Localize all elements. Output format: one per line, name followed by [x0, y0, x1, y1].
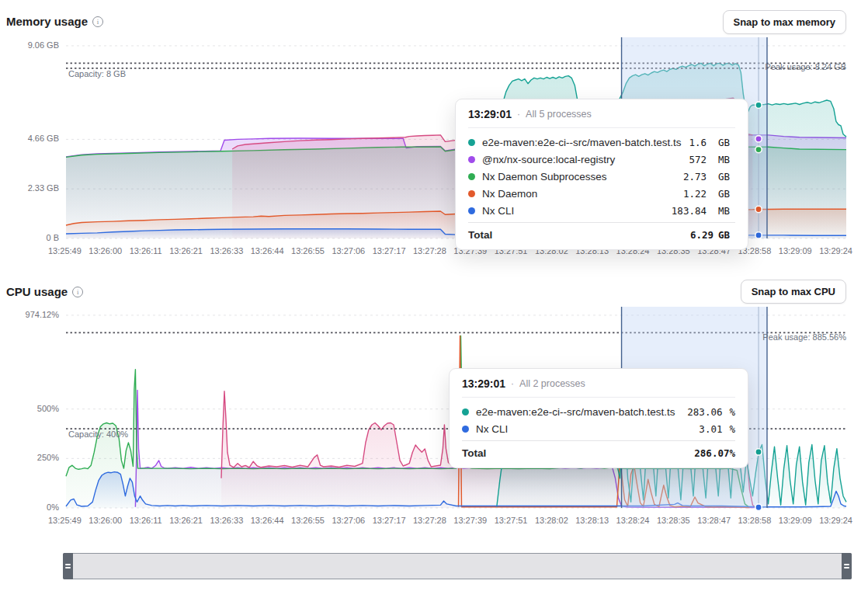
tooltip-header: 13:29:01 · All 5 processes — [468, 108, 735, 128]
series-color-dot — [462, 426, 469, 433]
tooltip-subtitle: All 5 processes — [526, 109, 592, 120]
tooltip-total-label: Total — [462, 447, 694, 459]
memory-title: Memory usage — [6, 15, 103, 28]
info-icon[interactable] — [72, 287, 83, 297]
snap-to-max-memory-button[interactable]: Snap to max memory — [723, 10, 847, 34]
timeline-range-brush[interactable] — [63, 553, 852, 579]
tooltip-row: Nx CLI3.01% — [462, 420, 735, 437]
process-name: Nx Daemon Subprocesses — [482, 171, 676, 183]
process-value-unit: % — [729, 406, 735, 418]
series-color-dot — [468, 156, 475, 163]
y-axis-label: 9.06 GB — [0, 40, 59, 50]
profiler-page: Memory usage Snap to max memory 9.06 GB4… — [0, 0, 868, 591]
x-axis-label: 13:26:21 — [169, 246, 203, 256]
x-axis-label: 13:27:06 — [332, 516, 365, 525]
tooltip-row: e2e-maven:e2e-ci--src/maven-batch.test.t… — [468, 134, 735, 151]
x-axis-label: 13:26:33 — [210, 516, 243, 525]
process-value: 183.84 — [672, 205, 707, 217]
process-name: e2e-maven:e2e-ci--src/maven-batch.test.t… — [482, 137, 682, 148]
x-axis-label: 13:25:49 — [48, 246, 82, 256]
brush-left-handle[interactable] — [63, 553, 73, 579]
series-color-dot — [468, 139, 475, 146]
x-axis-label: 13:27:17 — [373, 516, 406, 525]
y-axis-label: 500% — [0, 404, 59, 413]
tooltip-time: 13:29:01 — [468, 108, 512, 120]
x-axis-label: 13:29:24 — [819, 516, 852, 525]
y-axis-label: 250% — [0, 453, 59, 462]
memory-title-label: Memory usage — [6, 15, 88, 28]
tooltip-row: @nx/nx-source:local-registry572MB — [468, 151, 735, 168]
tooltip-separator: · — [511, 378, 514, 389]
tooltip-separator: · — [517, 109, 520, 120]
tooltip-total-unit: % — [729, 447, 735, 459]
process-value-unit: MB — [718, 205, 735, 217]
process-value: 2.73 — [683, 171, 707, 183]
series-color-dot — [468, 173, 475, 180]
tooltip-total-unit: GB — [718, 229, 735, 241]
tooltip-total-label: Total — [468, 229, 690, 241]
cpu-tooltip: 13:29:01 · All 2 processes e2e-maven:e2e… — [449, 368, 748, 468]
x-axis-label: 13:28:35 — [657, 516, 690, 525]
x-axis-label: 13:26:11 — [130, 246, 162, 256]
x-axis-label: 13:26:11 — [130, 516, 162, 525]
y-axis-label: 2.33 GB — [0, 183, 59, 193]
series-color-dot — [468, 190, 475, 197]
memory-peak-label: Peak usage: 8.24 GB — [765, 62, 846, 71]
process-value: 3.01 — [699, 423, 722, 435]
process-name: Nx CLI — [476, 423, 692, 435]
x-axis-label: 13:28:13 — [575, 516, 609, 525]
x-axis-label: 13:26:44 — [251, 246, 284, 256]
process-name: @nx/nx-source:local-registry — [482, 154, 682, 165]
cpu-title-label: CPU usage — [6, 285, 68, 298]
process-value: 572 — [689, 154, 707, 165]
cpu-peak-label: Peak usage: 885.56% — [762, 332, 846, 342]
cpu-title: CPU usage — [6, 285, 83, 298]
tooltip-total-row: Total 6.29 GB — [468, 222, 735, 241]
x-axis-label: 13:28:58 — [738, 516, 772, 525]
tooltip-total-value: 6.29 — [690, 229, 713, 241]
x-axis-label: 13:27:06 — [332, 246, 365, 256]
process-value-unit: % — [729, 423, 735, 435]
x-axis-label: 13:26:21 — [169, 516, 203, 525]
process-name: Nx Daemon — [482, 188, 676, 200]
x-axis-label: 13:27:17 — [373, 246, 406, 256]
tooltip-total-value: 286.07 — [694, 447, 729, 459]
y-axis-label: 0% — [0, 502, 59, 512]
tooltip-subtitle: All 2 processes — [519, 378, 585, 389]
x-axis-label: 13:28:47 — [697, 516, 731, 525]
x-axis-label: 13:26:55 — [291, 246, 325, 256]
y-axis-label: 0 B — [0, 233, 59, 242]
tooltip-rows: e2e-maven:e2e-ci--src/maven-batch.test.t… — [468, 134, 735, 219]
x-axis-label: 13:26:44 — [251, 516, 284, 525]
tooltip-total-row: Total 286.07 % — [462, 440, 735, 459]
memory-tooltip: 13:29:01 · All 5 processes e2e-maven:e2e… — [455, 99, 748, 250]
series-color-dot — [462, 408, 469, 415]
process-value-unit: GB — [718, 171, 735, 183]
snap-to-max-cpu-button[interactable]: Snap to max CPU — [741, 280, 846, 304]
x-axis-label: 13:27:28 — [413, 246, 446, 256]
x-axis-label: 13:26:00 — [89, 516, 122, 525]
cpu-capacity-label: Capacity: 400% — [68, 429, 128, 439]
x-axis-label: 13:29:09 — [779, 246, 812, 256]
series-color-dot — [468, 207, 475, 214]
tooltip-row: Nx CLI183.84MB — [468, 202, 735, 219]
x-axis-label: 13:26:33 — [210, 246, 243, 256]
brush-right-handle[interactable] — [842, 553, 852, 579]
memory-capacity-label: Capacity: 8 GB — [68, 69, 126, 78]
x-axis-label: 13:28:24 — [616, 516, 650, 525]
process-value: 1.6 — [689, 137, 707, 148]
x-axis-label: 13:27:51 — [495, 516, 528, 525]
tooltip-row: Nx Daemon Subprocesses2.73GB — [468, 168, 735, 185]
process-value-unit: GB — [718, 137, 735, 148]
process-value-unit: GB — [718, 188, 735, 200]
x-axis-label: 13:29:09 — [779, 516, 812, 525]
info-icon[interactable] — [92, 16, 103, 27]
process-value: 283.06 — [687, 406, 722, 418]
x-axis-label: 13:28:02 — [535, 516, 568, 525]
cpu-x-axis: 13:25:4913:26:0013:26:1113:26:2113:26:33… — [48, 516, 852, 525]
process-value: 1.22 — [683, 188, 707, 200]
process-name: e2e-maven:e2e-ci--src/maven-batch.test.t… — [476, 406, 680, 418]
tooltip-rows: e2e-maven:e2e-ci--src/maven-batch.test.t… — [462, 403, 735, 437]
y-axis-label: 4.66 GB — [0, 134, 59, 143]
y-axis-label: 974.12% — [0, 310, 59, 319]
